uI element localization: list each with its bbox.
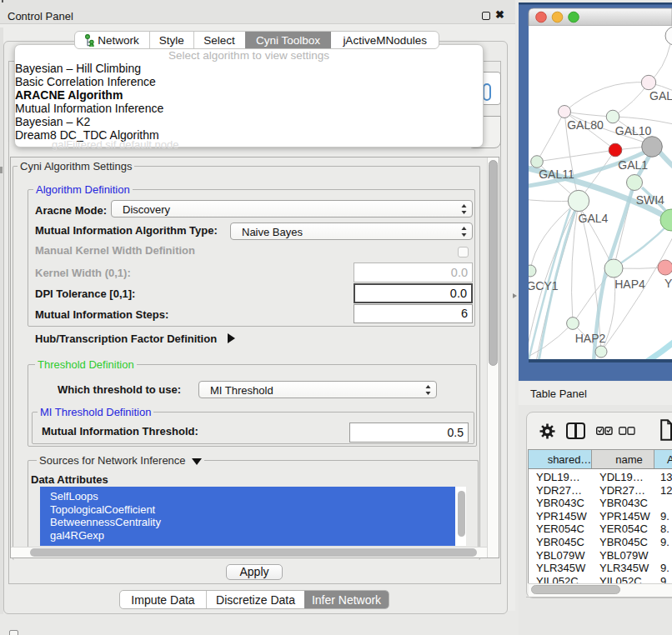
svg-text:HAP2: HAP2: [575, 332, 606, 345]
svg-text:GAL1: GAL1: [618, 158, 648, 172]
svg-text:GAL10: GAL10: [615, 124, 652, 138]
svg-text:HAP4: HAP4: [614, 278, 645, 291]
svg-text:YM: YM: [664, 277, 672, 290]
svg-text:GAL4: GAL4: [579, 212, 609, 225]
svg-text:GAL11: GAL11: [539, 168, 574, 181]
svg-text:SWI4: SWI4: [636, 193, 664, 207]
svg-text:GAL80: GAL80: [567, 118, 604, 132]
svg-text:GCY1: GCY1: [526, 279, 558, 292]
svg-text:GAL2: GAL2: [649, 89, 672, 102]
